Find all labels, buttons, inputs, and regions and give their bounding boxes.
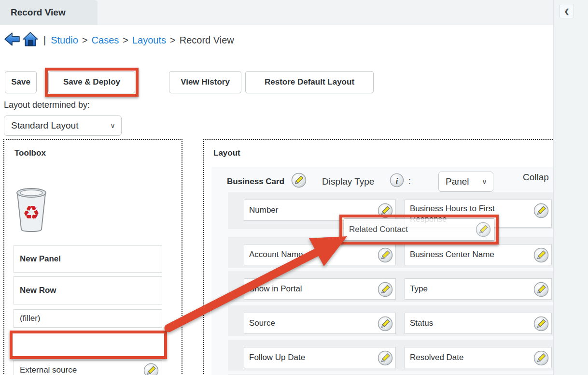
field-cell-business-center-name[interactable]: Business Center Name [405,244,552,265]
toolbox-item-label: External source [20,365,77,375]
panel-edit-pencil-icon[interactable] [291,173,307,190]
field-label: Show in Portal [249,284,302,294]
right-sidebar: ❮ [553,0,588,375]
toolbox-item-empty-slot[interactable] [14,334,162,356]
field-cell-follow-up-date[interactable]: Follow Up Date [244,347,396,368]
breadcrumb-separator: > [170,35,176,46]
back-arrow-icon[interactable] [4,31,20,50]
save-deploy-button-label: Save & Deploy [63,77,120,87]
display-type-value: Panel [446,176,469,187]
layout-determined-by-select[interactable]: Standard Layout ∨ [4,115,122,136]
panel-name-label: Business Card [227,177,284,187]
layout-row: Source Status [228,305,588,336]
edit-pencil-icon[interactable] [378,247,393,265]
edit-pencil-icon [476,222,491,240]
layout-row: Account Name Business Center Name [228,237,588,268]
toolbox-item-label: New Row [20,286,56,295]
edit-pencil-icon[interactable] [533,316,549,334]
toolbox-item-external-source[interactable]: External source [14,360,162,375]
breadcrumb-current: Record View [180,35,234,46]
field-cell-source[interactable]: Source [244,313,396,334]
toolbox-item-new-panel[interactable]: New Panel [14,245,162,273]
breadcrumb-link-studio[interactable]: Studio [51,35,78,46]
chevron-left-icon: ❮ [564,8,570,15]
layout-row: Show in Portal Type [228,271,588,302]
save-button-label: Save [11,77,30,87]
edit-pencil-icon[interactable] [143,363,159,375]
field-cell-account-name[interactable]: Account Name [244,244,396,265]
recycle-glyph: ♻ [23,202,40,223]
field-label: Type [410,284,428,294]
layout-canvas: Business Card Display Type : Panel ∨ Col… [211,167,588,375]
toolbox-item-label: (filler) [20,314,41,323]
chevron-down-icon: ∨ [110,121,115,130]
view-history-button[interactable]: View History [169,71,241,93]
edit-pencil-icon[interactable] [533,282,549,300]
field-label: Business Center Name [410,250,494,260]
edit-pencil-icon[interactable] [533,247,549,265]
toolbox-item-filler[interactable]: (filler) [14,309,162,328]
tab-record-view-label: Record View [11,7,66,18]
restore-default-layout-button[interactable]: Restore Default Layout [245,71,374,93]
breadcrumb-pipe: | [43,35,46,46]
field-label: Account Name [249,250,303,260]
dragged-field-label: Related Contact [349,225,408,234]
sidebar-collapse-button[interactable]: ❮ [560,4,574,18]
field-label: Number [249,205,278,215]
tab-record-view[interactable]: Record View [0,0,98,25]
studio-record-view-page: i Record View | Studio > Cases > Layouts… [0,0,588,375]
save-deploy-button[interactable]: Save & Deploy [48,71,135,93]
field-label: Source [249,318,275,328]
toolbox-item-label: New Panel [20,254,61,264]
field-cell-show-in-portal[interactable]: Show in Portal [244,278,396,300]
display-type-label: Display Type [322,176,374,187]
display-type-colon: : [408,176,411,187]
save-button[interactable]: Save [5,71,37,93]
view-history-button-label: View History [181,77,230,87]
display-type-select[interactable]: Panel ∨ [438,172,493,192]
restore-default-layout-button-label: Restore Default Layout [265,77,354,87]
layout-determined-by-value: Standard Layout [11,120,78,131]
chevron-down-icon: ∨ [482,177,487,186]
breadcrumb-link-layouts[interactable]: Layouts [132,35,166,46]
layout-title: Layout [213,148,240,158]
breadcrumb-link-cases[interactable]: Cases [92,35,119,46]
field-label: Resolved Date [410,353,464,362]
field-cell-resolved-date[interactable]: Resolved Date [405,347,552,368]
breadcrumb: | Studio > Cases > Layouts > Record View [4,31,234,49]
collapse-label-cutoff: Collap [523,172,549,183]
field-label: Status [410,318,433,328]
layout-row: Follow Up Date Resolved Date [228,340,588,371]
toolbox-item-new-row[interactable]: New Row [14,276,162,304]
toolbox-title: Toolbox [14,148,46,158]
field-label: Follow Up Date [249,353,305,362]
edit-pencil-icon[interactable] [533,350,549,368]
field-cell-status[interactable]: Status [405,313,552,334]
dragged-field-related-contact[interactable]: Related Contact [344,218,494,241]
field-cell-type[interactable]: Type [405,278,552,300]
trash-recycle-bin-icon[interactable]: ♻ [13,187,50,233]
home-icon[interactable] [22,31,39,50]
edit-pencil-icon[interactable] [378,316,393,334]
edit-pencil-icon[interactable] [533,203,549,221]
breadcrumb-separator: > [123,35,128,46]
edit-pencil-icon[interactable] [378,282,393,300]
breadcrumb-separator: > [82,35,88,46]
layout-determined-by-label: Layout determined by: [4,100,90,110]
field-cell-number[interactable]: Number [244,200,396,221]
info-icon[interactable] [390,173,404,189]
edit-pencil-icon[interactable] [378,350,393,368]
